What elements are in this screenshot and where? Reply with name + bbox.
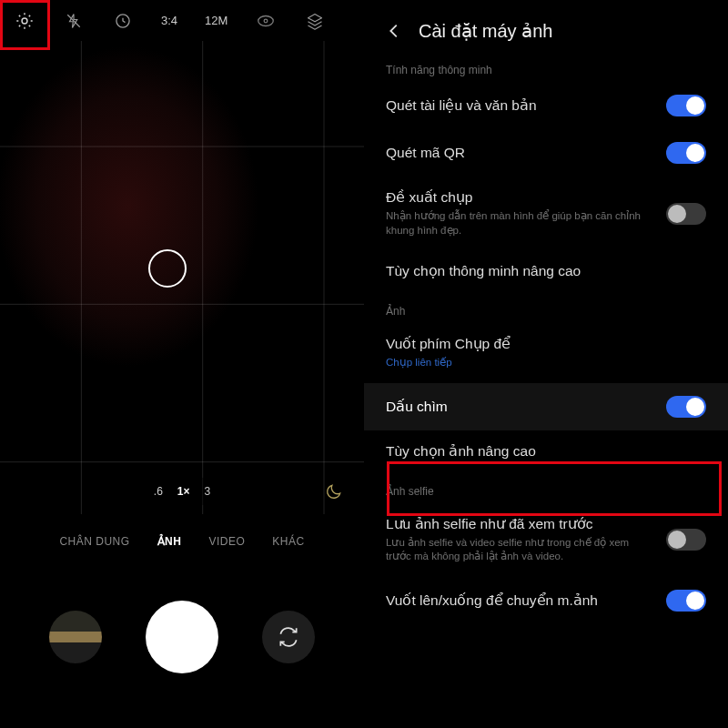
settings-gear-icon[interactable] xyxy=(14,10,35,32)
row-subtitle: Nhận hướng dẫn trên màn hình để giúp bạn… xyxy=(386,209,641,238)
row-title: Lưu ảnh selfie như đã xem trước xyxy=(386,516,641,532)
night-mode-icon[interactable] xyxy=(324,481,344,501)
zoom-level[interactable]: 3 xyxy=(205,485,211,498)
camera-settings-screen: Cài đặt máy ảnh Tính năng thông minh Qué… xyxy=(364,0,728,728)
section-label-photo: Ảnh xyxy=(364,292,728,323)
svg-point-0 xyxy=(22,18,27,24)
settings-header: Cài đặt máy ảnh xyxy=(364,0,728,51)
toggle-save-selfie-preview[interactable] xyxy=(666,529,706,551)
toggle-scan-documents[interactable] xyxy=(666,95,706,116)
mode-tab-photo[interactable]: ẢNH xyxy=(157,535,182,548)
row-shot-suggestions[interactable]: Đề xuất chụp Nhận hướng dẫn trên màn hìn… xyxy=(364,177,728,250)
camera-viewfinder[interactable]: .6 1× 3 xyxy=(0,41,364,514)
timer-icon[interactable] xyxy=(112,10,134,32)
mode-tab-more[interactable]: KHÁC xyxy=(272,535,304,548)
row-title: Vuốt lên/xuống để chuyển m.ảnh xyxy=(386,592,598,609)
row-scan-qr[interactable]: Quét mã QR xyxy=(364,129,728,177)
row-swipe-switch-camera[interactable]: Vuốt lên/xuống để chuyển m.ảnh xyxy=(364,577,728,624)
gallery-thumbnail[interactable] xyxy=(49,611,102,663)
camera-mode-tabs[interactable]: CHÂN DUNG ẢNH VIDEO KHÁC xyxy=(0,514,364,569)
mode-tab-portrait[interactable]: CHÂN DUNG xyxy=(59,535,129,548)
aspect-ratio[interactable]: 3:4 xyxy=(161,14,177,27)
svg-point-3 xyxy=(258,15,274,25)
toggle-watermark[interactable] xyxy=(666,396,706,418)
zoom-selector[interactable]: .6 1× 3 xyxy=(137,478,227,505)
row-title: Tùy chọn thông minh nâng cao xyxy=(386,263,581,279)
zoom-level[interactable]: 1× xyxy=(177,485,190,498)
flash-icon[interactable] xyxy=(63,10,85,32)
megapixels[interactable]: 12M xyxy=(205,14,228,27)
row-subtitle: Lưu ảnh selfie và video selfie như trong… xyxy=(386,536,641,564)
svg-point-4 xyxy=(265,19,268,23)
section-label-smart: Tính năng thông minh xyxy=(364,51,728,82)
mode-tab-video[interactable]: VIDEO xyxy=(208,535,245,548)
row-title: Tùy chọn ảnh nâng cao xyxy=(386,443,536,460)
toggle-scan-qr[interactable] xyxy=(666,142,706,164)
motion-icon[interactable] xyxy=(255,10,277,32)
row-title: Quét tài liệu và văn bản xyxy=(386,97,537,114)
focus-indicator-icon xyxy=(148,249,187,288)
row-title: Đề xuất chụp xyxy=(386,189,641,206)
shutter-button[interactable] xyxy=(146,601,218,673)
row-watermark[interactable]: Dấu chìm xyxy=(364,383,728,430)
section-label-selfie: Ảnh selfie xyxy=(364,472,728,503)
row-title: Dấu chìm xyxy=(386,399,448,415)
row-swipe-shutter[interactable]: Vuốt phím Chụp để Chụp liên tiếp xyxy=(364,323,728,383)
toggle-shot-suggestions[interactable] xyxy=(666,203,706,225)
row-title: Quét mã QR xyxy=(386,145,465,161)
camera-app: 3:4 12M .6 1× 3 CHÂN DUNG ẢNH VIDEO KHÁC xyxy=(0,0,364,728)
page-title: Cài đặt máy ảnh xyxy=(419,20,552,42)
row-advanced-smart[interactable]: Tùy chọn thông minh nâng cao xyxy=(364,250,728,292)
row-save-selfie-preview[interactable]: Lưu ảnh selfie như đã xem trước Lưu ảnh … xyxy=(364,503,728,577)
shutter-row xyxy=(0,569,364,705)
row-subtitle: Chụp liên tiếp xyxy=(386,356,511,370)
back-icon[interactable] xyxy=(384,21,404,41)
camera-top-bar: 3:4 12M xyxy=(0,0,364,41)
zoom-level[interactable]: .6 xyxy=(154,485,163,498)
toggle-swipe-switch-camera[interactable] xyxy=(666,590,706,612)
row-title: Vuốt phím Chụp để xyxy=(386,336,511,352)
filters-icon[interactable] xyxy=(304,10,326,32)
row-scan-documents[interactable]: Quét tài liệu và văn bản xyxy=(364,82,728,129)
row-advanced-photo[interactable]: Tùy chọn ảnh nâng cao xyxy=(364,430,728,472)
switch-camera-button[interactable] xyxy=(262,611,315,663)
